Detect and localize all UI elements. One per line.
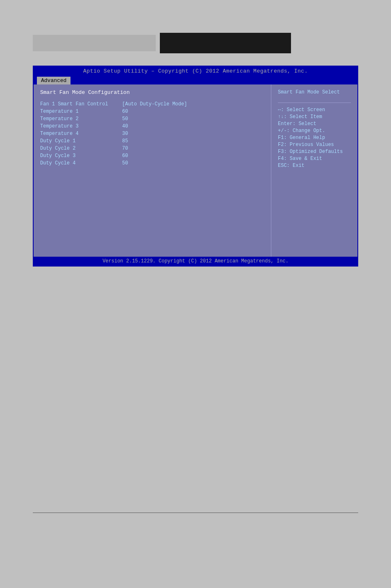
row-label-1: Temperature 1 — [40, 109, 122, 114]
bottom-divider — [33, 513, 358, 513]
shortcut-5: F2: Previous Values — [278, 142, 351, 148]
shortcut-1: ↑↓: Select Item — [278, 114, 351, 120]
row-label-8: Duty Cycle 4 — [40, 160, 122, 166]
page-wrapper: Aptio Setup Utility – Copyright (C) 2012… — [0, 0, 391, 588]
bios-left-panel: Smart Fan Mode Configuration Fan 1 Smart… — [34, 84, 271, 257]
row-label-2: Temperature 2 — [40, 116, 122, 122]
shortcut-3: +/-: Change Opt. — [278, 128, 351, 134]
help-title: Smart Fan Mode Select — [278, 89, 351, 95]
shortcut-2: Enter: Select — [278, 121, 351, 127]
table-row[interactable]: Temperature 3 40 — [40, 123, 264, 129]
table-row[interactable]: Duty Cycle 4 50 — [40, 160, 264, 166]
row-value-2: 50 — [122, 116, 128, 122]
top-bar-inner — [33, 33, 358, 53]
bios-tab-row: Advanced — [34, 76, 357, 84]
row-value-6: 70 — [122, 146, 128, 151]
table-row[interactable]: Fan 1 Smart Fan Control [Auto Duty-Cycle… — [40, 101, 264, 107]
table-row[interactable]: Duty Cycle 3 60 — [40, 153, 264, 159]
row-label-4: Temperature 4 — [40, 131, 122, 137]
table-row[interactable]: Duty Cycle 2 70 — [40, 146, 264, 151]
row-value-8: 50 — [122, 160, 128, 166]
bios-footer: Version 2.15.1229. Copyright (C) 2012 Am… — [34, 257, 357, 266]
row-value-3: 40 — [122, 123, 128, 129]
bios-right-panel: Smart Fan Mode Select ↔: Select Screen ↑… — [271, 84, 357, 257]
row-label-6: Duty Cycle 2 — [40, 146, 122, 151]
bios-container: Aptio Setup Utility – Copyright (C) 2012… — [33, 66, 358, 267]
bios-title-bar: Aptio Setup Utility – Copyright (C) 2012… — [34, 66, 357, 76]
row-value-5: 85 — [122, 138, 128, 144]
row-label-5: Duty Cycle 1 — [40, 138, 122, 144]
row-value-4: 30 — [122, 131, 128, 137]
right-divider — [278, 103, 351, 103]
table-row[interactable]: Duty Cycle 1 85 — [40, 138, 264, 144]
shortcut-7: F4: Save & Exit — [278, 156, 351, 162]
row-value-0: [Auto Duty-Cycle Mode] — [122, 101, 187, 107]
table-row[interactable]: Temperature 4 30 — [40, 131, 264, 137]
top-bar-right — [160, 33, 291, 53]
top-bar-area — [0, 0, 391, 62]
section-title: Smart Fan Mode Configuration — [40, 89, 264, 96]
shortcut-8: ESC: Exit — [278, 163, 351, 169]
row-label-0: Fan 1 Smart Fan Control — [40, 101, 122, 107]
advanced-tab[interactable]: Advanced — [37, 77, 70, 84]
shortcut-0: ↔: Select Screen — [278, 107, 351, 113]
row-value-7: 60 — [122, 153, 128, 159]
row-label-3: Temperature 3 — [40, 123, 122, 129]
bios-title: Aptio Setup Utility – Copyright (C) 2012… — [83, 68, 308, 74]
top-bar-left — [33, 35, 156, 51]
shortcut-6: F3: Optimized Defaults — [278, 149, 351, 155]
row-label-7: Duty Cycle 3 — [40, 153, 122, 159]
row-value-1: 60 — [122, 109, 128, 114]
footer-text: Version 2.15.1229. Copyright (C) 2012 Am… — [102, 258, 289, 264]
bottom-area — [0, 513, 391, 513]
table-row[interactable]: Temperature 2 50 — [40, 116, 264, 122]
table-row[interactable]: Temperature 1 60 — [40, 109, 264, 114]
shortcut-4: F1: General Help — [278, 135, 351, 141]
bios-main: Smart Fan Mode Configuration Fan 1 Smart… — [34, 84, 357, 257]
